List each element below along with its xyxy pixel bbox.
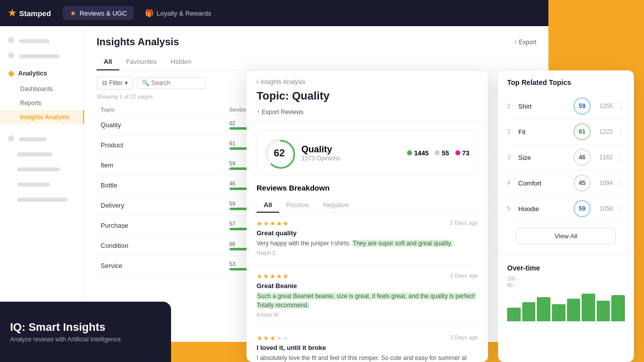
topic-count-4: 1094 xyxy=(595,179,613,187)
chart-bar-3 xyxy=(552,304,566,321)
review-tab-positive[interactable]: Positive xyxy=(279,198,316,213)
sidebar-skeleton-6 xyxy=(0,177,84,191)
chart-bar-2 xyxy=(537,297,550,321)
topic-menu-5[interactable]: ⋮ xyxy=(617,204,625,214)
topic-menu-2[interactable]: ⋮ xyxy=(617,127,625,137)
topic-num-3: 3 xyxy=(507,154,514,161)
back-arrow-icon[interactable]: ‹ xyxy=(257,78,259,85)
skel-circle-1 xyxy=(8,37,14,43)
topic-menu-3[interactable]: ⋮ xyxy=(617,153,625,162)
sidebar-skeleton-7 xyxy=(0,193,84,206)
tab-favourites[interactable]: Favourites xyxy=(119,54,164,70)
export-label: Export xyxy=(519,39,536,46)
sidebar-item-dashboards[interactable]: Dashboards xyxy=(0,82,84,96)
neutral-count: 55 xyxy=(442,149,449,157)
promo-text: IQ: Smart Insights Analyze reviews with … xyxy=(10,321,121,343)
skel-line-3 xyxy=(19,137,47,141)
chart-bar-6 xyxy=(597,301,610,321)
right-panel: Top Related Topics 1 Shirt 59 1255 ⋮ 2 F… xyxy=(498,70,634,362)
chart-bar-1 xyxy=(522,302,536,321)
nav-tab-loyalty-label: Loyalty & Rewards xyxy=(156,10,211,17)
quality-opinions: 1573 Opinions xyxy=(301,155,340,162)
topic-num-1: 1 xyxy=(507,103,514,110)
panel-divider xyxy=(498,254,634,255)
skel-circle-3 xyxy=(8,135,14,141)
cell-topic-1: Product xyxy=(97,135,225,155)
topic-count-3: 1162 xyxy=(595,154,613,161)
review-tabs: All Positive Negative xyxy=(257,198,478,213)
sidebar-skeleton-4 xyxy=(0,147,84,160)
cell-topic-0: Quality xyxy=(97,115,225,135)
sidebar-skeleton-1 xyxy=(0,34,84,47)
reviews-section: Reviews Breakdown All Positive Negative … xyxy=(247,184,488,362)
overtime-title: Over-time xyxy=(507,264,625,272)
tab-all[interactable]: All xyxy=(97,54,119,70)
skel-line-6 xyxy=(17,183,50,187)
overtime-section: Over-time 100 - 80 - xyxy=(498,257,634,328)
export-button[interactable]: ↑ Export xyxy=(514,39,536,46)
topic-menu-4[interactable]: ⋮ xyxy=(617,178,625,188)
neutral-dot xyxy=(435,150,440,155)
review-item-3: ★★★★★ 3 Days ago I loved it, until it br… xyxy=(257,334,478,362)
related-topics-section: Top Related Topics 1 Shirt 59 1255 ⋮ 2 F… xyxy=(498,70,634,252)
panel-breadcrumb: ‹ Insights Analysis xyxy=(257,78,478,85)
cell-topic-4: Delivery xyxy=(97,196,225,216)
topic-score-5: 59 xyxy=(574,200,591,217)
review-highlight-2: Such a great Beaniet beanie, size is gre… xyxy=(257,293,475,309)
panel-export-button[interactable]: ↑ Export Reviews xyxy=(257,109,478,116)
topic-name-5: Hoodie xyxy=(518,205,570,213)
skel-line-1 xyxy=(19,39,49,43)
topic-name-3: Size xyxy=(518,154,570,161)
review-date-1: 2 Days ago xyxy=(450,220,478,226)
review-stars-2: ★★★★★ xyxy=(257,273,289,280)
quality-stats: 1445 55 73 xyxy=(407,149,469,157)
topic-row-5: 5 Hoodie 59 1058 ⋮ xyxy=(507,196,625,222)
chart-bar-7 xyxy=(611,295,625,321)
topic-score-3: 46 xyxy=(574,149,591,166)
breadcrumb-label: Insights Analysis xyxy=(261,78,305,85)
topic-count-1: 1255 xyxy=(595,103,613,110)
sidebar: ◈ Analytics Dashboards Reports Insights … xyxy=(0,26,85,342)
topic-detail-panel: ‹ Insights Analysis Topic: Quality ↑ Exp… xyxy=(247,70,488,362)
cell-topic-7: Service xyxy=(97,256,225,276)
review-header-1: ★★★★★ 2 Days ago xyxy=(257,220,478,227)
topic-score-1: 59 xyxy=(574,98,591,115)
nav-tab-loyalty[interactable]: 🎁 Loyalty & Rewards xyxy=(138,6,218,20)
review-tab-negative[interactable]: Negative xyxy=(316,198,356,213)
skel-line-2 xyxy=(19,54,59,58)
sidebar-skeleton-3 xyxy=(0,132,84,145)
review-body-2: Such a great Beaniet beanie, size is gre… xyxy=(257,292,478,310)
topic-num-2: 2 xyxy=(507,128,514,135)
filter-button[interactable]: ⊟ Filter ▾ xyxy=(97,76,133,89)
topic-score-4: 45 xyxy=(574,174,591,192)
main-tab-bar: All Favourites Hidden xyxy=(97,54,536,70)
negative-dot xyxy=(455,150,460,155)
nav-tab-reviews[interactable]: ★ Reviews & UGC xyxy=(63,6,134,20)
search-input[interactable] xyxy=(151,79,202,86)
panel-header: ‹ Insights Analysis Topic: Quality ↑ Exp… xyxy=(247,70,488,122)
topic-menu-1[interactable]: ⋮ xyxy=(617,102,625,111)
sidebar-item-reports[interactable]: Reports xyxy=(0,96,84,110)
chart-bar-5 xyxy=(582,294,595,321)
top-nav: ★ Stamped ★ Reviews & UGC 🎁 Loyalty & Re… xyxy=(0,0,548,26)
bottom-promo: IQ: Smart Insights Analyze reviews with … xyxy=(0,302,171,362)
sidebar-item-insights[interactable]: Insights Analysis xyxy=(0,110,84,124)
nav-tab-reviews-label: Reviews & UGC xyxy=(79,10,127,17)
promo-title: IQ: Smart Insights xyxy=(10,321,121,334)
review-title-1: Great quality xyxy=(257,229,478,237)
review-highlight-1: They are super soft and great quality. xyxy=(352,240,453,247)
score-ring-svg xyxy=(265,139,296,170)
review-tab-all[interactable]: All xyxy=(257,198,279,213)
topic-count-5: 1058 xyxy=(595,205,613,212)
topic-count-2: 1222 xyxy=(595,128,613,135)
tab-hidden[interactable]: Hidden xyxy=(164,54,198,70)
view-all-button[interactable]: View All xyxy=(516,228,616,244)
panel-topic-title: Topic: Quality xyxy=(257,89,478,103)
review-item-2: ★★★★★ 3 Days ago Great Beanie Such a gre… xyxy=(257,273,478,326)
panel-export-icon: ↑ xyxy=(257,109,260,116)
logo-label: Stamped xyxy=(19,9,51,18)
sidebar-skeleton-5 xyxy=(0,162,84,175)
loyalty-gift-icon: 🎁 xyxy=(145,9,153,17)
quality-name: Quality xyxy=(301,144,340,155)
search-icon: 🔍 xyxy=(142,79,149,86)
